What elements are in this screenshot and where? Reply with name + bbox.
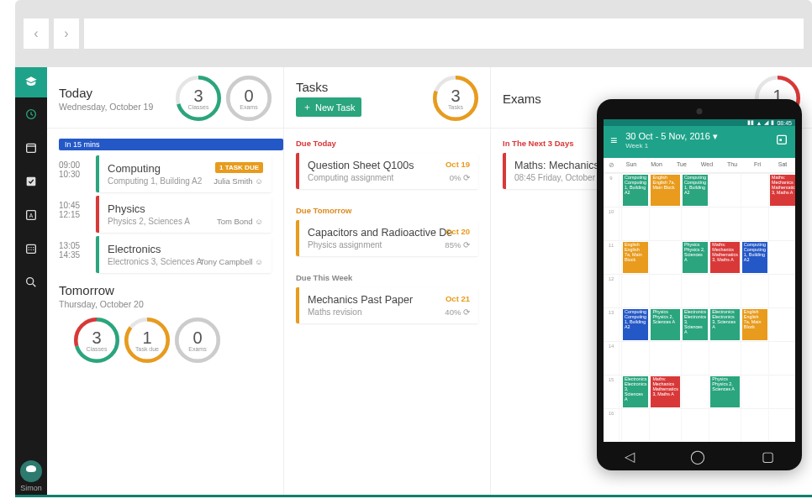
class-card[interactable]: Electronics Electronics 3, Sciences A To… xyxy=(96,236,272,273)
calendar-event[interactable]: Computing Computing 1, Building A2 xyxy=(623,309,648,340)
calendar-cell[interactable] xyxy=(768,274,795,307)
calendar-event[interactable]: Computing Computing 1, Building A2 xyxy=(742,242,767,273)
class-card[interactable]: Physics Physics 2, Sciences A Tom Bond ☺ xyxy=(96,196,272,233)
calendar-cell[interactable] xyxy=(741,173,768,207)
task-date: Oct 20 xyxy=(446,227,470,236)
calendar-cell[interactable] xyxy=(741,207,768,240)
calendar-cell[interactable] xyxy=(768,341,795,375)
calendar-cell[interactable] xyxy=(768,240,795,274)
calendar-cell[interactable]: Maths: Mechanics Mathematics 3, Maths A xyxy=(709,240,741,274)
calendar-event[interactable]: Physics Physics 2, Sciences A xyxy=(710,376,740,407)
calendar-range[interactable]: 30 Oct - 5 Nov, 2016 xyxy=(625,131,710,141)
calendar-event[interactable]: Electronics Electronics 3, Sciences A xyxy=(710,309,740,340)
home-icon[interactable]: ◯ xyxy=(690,449,705,465)
calendar-cell[interactable] xyxy=(621,274,649,307)
calendar-cell[interactable]: English English 7a, Main Block xyxy=(741,307,768,341)
calendar-cell[interactable] xyxy=(621,408,649,442)
calendar-cell[interactable] xyxy=(741,375,768,408)
calendar-cell[interactable] xyxy=(741,274,768,307)
today-icon[interactable] xyxy=(775,133,788,149)
class-row[interactable]: 09:0010:30 1 TASK DUE Computing Computin… xyxy=(47,155,283,196)
calendar-cell[interactable] xyxy=(768,307,795,341)
calendar-event[interactable]: Electronics Electronics 3, Sciences A xyxy=(683,309,708,340)
calendar-icon[interactable] xyxy=(15,131,47,165)
filter-icon[interactable]: ⊘ xyxy=(604,158,619,173)
calendar-event[interactable]: Maths: Mechanics Mathematics 3, Maths A xyxy=(651,376,680,407)
task-card[interactable]: Oct 21 Mechanics Past Paper Maths revisi… xyxy=(296,287,478,323)
back-button[interactable]: ‹ xyxy=(24,18,49,49)
calendar-cell[interactable]: Maths: Mechanics Mathematics 3, Maths A xyxy=(768,173,795,207)
search-icon[interactable] xyxy=(15,265,47,299)
calendar-event[interactable]: English English 7a, Main Block xyxy=(742,309,767,340)
tablet-mockup: ▮▮▲◢▮08:45 ≡ 30 Oct - 5 Nov, 2016 ▾ Week… xyxy=(597,99,802,470)
schedule-icon[interactable] xyxy=(15,232,47,265)
calendar-cell[interactable] xyxy=(768,207,795,240)
calendar-event[interactable]: Maths: Mechanics Mathematics 3, Maths A xyxy=(710,242,740,273)
class-card[interactable]: 1 TASK DUE Computing Computing 1, Buildi… xyxy=(96,155,272,192)
calendar-cell[interactable]: Computing Computing 1, Building A2 xyxy=(741,240,768,274)
calendar-cell[interactable]: Physics Physics 2, Sciences A xyxy=(649,307,681,341)
calendar-event[interactable]: Electronics Electronics 3, Sciences A xyxy=(623,376,648,407)
exams-icon[interactable]: A xyxy=(15,198,47,232)
calendar-cell[interactable]: Electronics Electronics 3, Sciences A xyxy=(681,307,709,341)
calendar-cell[interactable]: English English 7a, Main Block xyxy=(621,240,649,274)
dashboard-icon[interactable] xyxy=(15,97,47,131)
calendar-cell[interactable] xyxy=(649,274,681,307)
tasks-title: Tasks xyxy=(296,80,361,94)
person-icon: ☺ xyxy=(255,176,263,186)
calendar-cell[interactable]: Electronics Electronics 3, Sciences A xyxy=(621,375,649,408)
calendar-cell[interactable] xyxy=(649,341,681,375)
calendar-cell[interactable] xyxy=(709,173,741,207)
brand-icon[interactable] xyxy=(15,67,47,97)
calendar-cell[interactable]: Maths: Mechanics Mathematics 3, Maths A xyxy=(649,375,681,408)
status-time: 08:45 xyxy=(777,120,792,126)
calendar-cell[interactable]: Computing Computing 1, Building A2 xyxy=(621,307,649,341)
calendar-cell[interactable]: Physics Physics 2, Sciences A xyxy=(681,240,709,274)
calendar-cell[interactable] xyxy=(768,408,795,442)
url-bar[interactable] xyxy=(84,18,804,49)
calendar-cell[interactable]: Computing Computing 1, Building A2 xyxy=(621,173,649,207)
menu-icon[interactable]: ≡ xyxy=(610,134,617,147)
today-column: Today Wednesday, October 19 3Classes 0Ex… xyxy=(47,67,284,497)
tasks-icon[interactable] xyxy=(15,165,47,198)
calendar-cell[interactable] xyxy=(681,207,709,240)
calendar-event[interactable]: English English 7a, Main Block xyxy=(623,242,648,273)
calendar-event[interactable]: English English 7a, Main Block xyxy=(651,175,680,206)
calendar-cell[interactable] xyxy=(768,375,795,408)
task-card[interactable]: Oct 20 Capacitors and Radioactive De Phy… xyxy=(296,220,478,256)
calendar-cell[interactable]: Electronics Electronics 3, Sciences A xyxy=(709,307,741,341)
calendar-cell[interactable] xyxy=(709,274,741,307)
calendar-cell[interactable] xyxy=(681,408,709,442)
calendar-cell[interactable] xyxy=(709,408,741,442)
calendar-cell[interactable] xyxy=(741,408,768,442)
calendar-cell[interactable] xyxy=(681,375,709,408)
calendar-cell[interactable] xyxy=(681,341,709,375)
calendar-event[interactable]: Computing Computing 1, Building A2 xyxy=(623,175,648,206)
back-icon[interactable]: ◁ xyxy=(625,449,635,465)
calendar-cell[interactable] xyxy=(649,408,681,442)
calendar-cell[interactable] xyxy=(681,274,709,307)
task-card[interactable]: Oct 19 Question Sheet Q100s Computing as… xyxy=(296,153,478,189)
forward-button[interactable]: › xyxy=(54,18,79,49)
calendar-cell[interactable] xyxy=(621,207,649,240)
calendar-cell[interactable]: Physics Physics 2, Sciences A xyxy=(709,375,741,408)
calendar-cell[interactable] xyxy=(741,341,768,375)
recent-icon[interactable]: ▢ xyxy=(762,449,774,465)
calendar-cell[interactable] xyxy=(649,207,681,240)
calendar-cell[interactable] xyxy=(709,341,741,375)
calendar-event[interactable]: Maths: Mechanics Mathematics 3, Maths A xyxy=(770,175,795,206)
user-avatar[interactable]: Simon xyxy=(20,455,42,497)
class-teacher: Tony Campbell ☺ xyxy=(200,257,263,266)
calendar-cell[interactable]: English English 7a, Main Block xyxy=(649,173,681,207)
class-row[interactable]: 13:0514:35 Electronics Electronics 3, Sc… xyxy=(47,236,283,276)
calendar-event[interactable]: Computing Computing 1, Building A2 xyxy=(683,175,708,206)
calendar-cell[interactable] xyxy=(621,341,649,375)
calendar-event[interactable]: Physics Physics 2, Sciences A xyxy=(651,309,680,340)
class-row[interactable]: 10:4512:15 Physics Physics 2, Sciences A… xyxy=(47,196,283,236)
task-progress: 40% ⟳ xyxy=(445,307,470,317)
calendar-cell[interactable]: Computing Computing 1, Building A2 xyxy=(681,173,709,207)
calendar-cell[interactable] xyxy=(709,207,741,240)
calendar-event[interactable]: Physics Physics 2, Sciences A xyxy=(683,242,708,273)
calendar-cell[interactable] xyxy=(649,240,681,274)
new-task-button[interactable]: ＋ New Task xyxy=(296,97,361,117)
